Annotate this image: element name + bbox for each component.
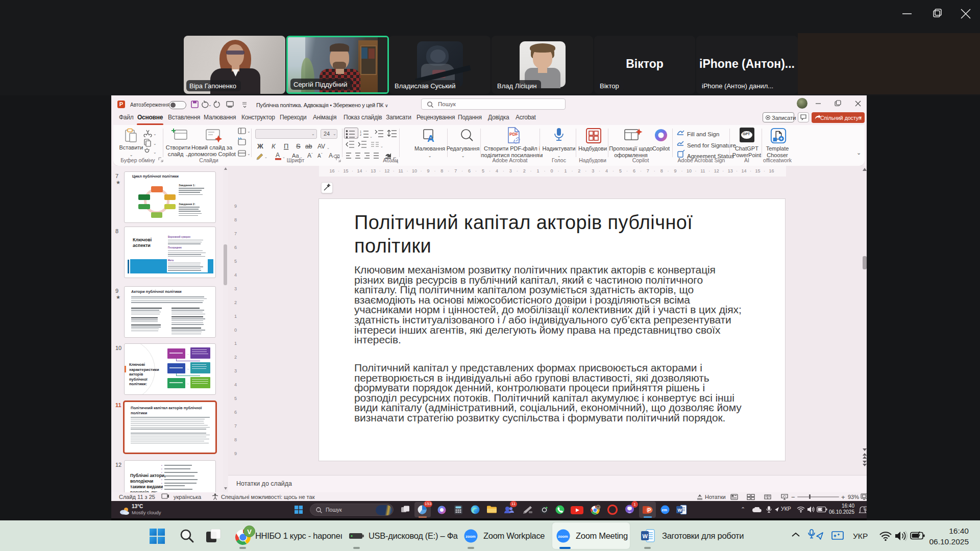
svg-text:⌄: ⌄ — [247, 152, 251, 156]
svg-text:2: 2 — [360, 133, 361, 136]
svg-text:S: S — [296, 142, 301, 150]
svg-text:⌄: ⌄ — [153, 132, 157, 136]
svg-text:W: W — [678, 508, 682, 513]
svg-text:ˇ: ˇ — [321, 152, 323, 157]
svg-text:Ж: Ж — [257, 142, 263, 150]
svg-text:А: А — [317, 153, 321, 159]
svg-text:⌄: ⌄ — [153, 150, 157, 155]
svg-text:ab: ab — [305, 143, 312, 150]
svg-text:⌄: ⌄ — [327, 146, 330, 149]
svg-text:zoom: zoom — [465, 534, 476, 539]
svg-text:⌄: ⌄ — [208, 103, 212, 107]
svg-text:ˆ: ˆ — [311, 152, 313, 157]
svg-text:⌄: ⌄ — [356, 135, 359, 138]
svg-text:⌄: ⌄ — [153, 141, 157, 146]
svg-text:A: A — [427, 133, 434, 143]
svg-text:PDF: PDF — [509, 132, 518, 137]
svg-text:К: К — [272, 142, 276, 150]
svg-text:⌄: ⌄ — [264, 155, 267, 159]
svg-text:⌄: ⌄ — [380, 144, 383, 148]
svg-text:⌄: ⌄ — [247, 129, 251, 134]
svg-text:zm: zm — [662, 508, 668, 512]
svg-text:W: W — [643, 533, 648, 539]
svg-text:П: П — [284, 142, 288, 150]
svg-text:А: А — [329, 152, 333, 159]
svg-text:AV: AV — [317, 143, 325, 150]
svg-text:zoom: zoom — [558, 534, 568, 539]
svg-text:P: P — [647, 507, 651, 513]
svg-text:⌄: ⌄ — [370, 135, 373, 138]
